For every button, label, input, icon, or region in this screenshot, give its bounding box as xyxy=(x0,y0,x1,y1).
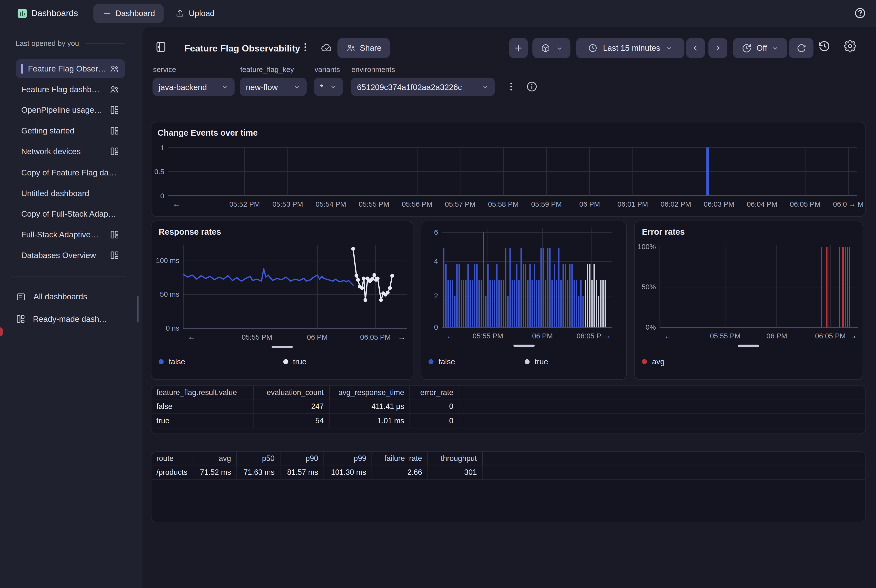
settings-gear-icon[interactable] xyxy=(843,40,856,53)
filter-dropdown[interactable]: java-backend xyxy=(153,78,235,96)
time-back-button[interactable] xyxy=(686,38,705,58)
filter-label: service xyxy=(153,65,176,74)
x-scrollbar[interactable] xyxy=(738,345,759,347)
error_rates-plot xyxy=(660,245,858,327)
pan-left-arrow[interactable]: ← xyxy=(663,332,673,340)
pan-left-arrow[interactable]: ← xyxy=(171,200,182,208)
sidebar-item-label: Getting started xyxy=(21,126,110,135)
column-header[interactable]: avg xyxy=(193,452,237,465)
panel-change-events: Change Events over time 10.5005:52 PM05:… xyxy=(151,122,866,217)
sidebar-section-title: Last opened by you xyxy=(16,39,79,47)
chevron-down-icon xyxy=(772,44,779,52)
legend-dot xyxy=(525,359,530,364)
plus-icon xyxy=(102,9,111,18)
help-icon[interactable] xyxy=(854,7,867,20)
filter-value: java-backend xyxy=(159,82,207,92)
upload-button[interactable]: Upload xyxy=(170,4,219,23)
x-axis-tick: 05:58 PM xyxy=(480,200,527,208)
filter-dropdown[interactable]: * xyxy=(314,78,343,96)
x-scrollbar[interactable] xyxy=(272,346,293,348)
pan-right-arrow[interactable]: → xyxy=(602,332,612,340)
brand-label[interactable]: Dashboards xyxy=(31,8,78,18)
column-header[interactable]: error_rate xyxy=(410,386,459,399)
sidebar-item[interactable]: Feature Flag Obser… xyxy=(16,59,125,78)
column-header[interactable]: feature_flag.result.value xyxy=(151,386,253,399)
sidebar-item-label: OpenPipeline usage… xyxy=(21,106,110,115)
auto-refresh-button[interactable]: Off xyxy=(733,38,787,58)
alert-indicator xyxy=(0,327,3,336)
pan-left-arrow[interactable]: ← xyxy=(187,332,196,341)
sidebar-item[interactable]: Untitled dashboard xyxy=(16,183,125,202)
time-forward-button[interactable] xyxy=(708,38,728,58)
filter-label: feature_flag_key xyxy=(240,65,294,74)
x-scrollbar[interactable] xyxy=(513,345,534,347)
share-button[interactable]: Share xyxy=(338,38,390,58)
grid-icon xyxy=(110,126,120,136)
pan-right-arrow[interactable]: → xyxy=(847,200,857,208)
column-header[interactable]: throughput xyxy=(427,452,482,465)
refresh-icon xyxy=(796,43,807,53)
panel-error-rates: Error rates 100%50%0%05:55 PM06 PM06:05 … xyxy=(634,220,863,380)
new-dashboard-button[interactable]: Dashboard xyxy=(93,4,164,23)
sidebar-footer-item[interactable]: Ready-made dash… xyxy=(16,309,128,328)
filter-dropdown[interactable]: new-flow xyxy=(240,78,307,96)
sidebar-item[interactable]: Copy of Full-Stack Adap… xyxy=(16,204,125,223)
legend-item[interactable]: true xyxy=(525,357,621,366)
collapse-sidebar-icon[interactable] xyxy=(154,40,168,54)
refresh-button[interactable] xyxy=(789,38,813,58)
legend-item[interactable]: false xyxy=(159,357,283,366)
column-header[interactable]: evaluation_count xyxy=(253,386,329,399)
legend-label: avg xyxy=(652,357,664,366)
column-header[interactable]: p90 xyxy=(280,452,324,465)
filters-kebab-icon[interactable] xyxy=(506,81,517,92)
table-row[interactable]: false247411.41 µs0 xyxy=(151,399,865,414)
column-header[interactable]: p99 xyxy=(324,452,372,465)
sidebar-item[interactable]: Feature Flag dashb… xyxy=(16,80,125,99)
pan-right-arrow[interactable]: → xyxy=(848,332,858,340)
table-cell-filler xyxy=(459,414,866,428)
history-icon[interactable] xyxy=(818,40,831,53)
x-axis-tick: 05:56 PM xyxy=(394,200,441,208)
sidebar-scrollbar[interactable] xyxy=(137,296,139,322)
table-row[interactable]: /products71.52 ms71.63 ms81.57 ms101.30 … xyxy=(151,465,865,480)
table-cell: false xyxy=(151,399,253,414)
legend-item[interactable]: true xyxy=(283,357,407,366)
filter-dropdown[interactable]: 651209c374a1f02aa2a3226c xyxy=(351,78,495,96)
chevron-right-icon xyxy=(714,44,723,53)
change_events-plot xyxy=(168,147,857,195)
table-cell: 2.66 xyxy=(372,465,428,480)
table-cell-filler xyxy=(459,399,866,414)
sidebar-item[interactable]: Getting started xyxy=(16,122,125,141)
sidebar-item[interactable]: Network devices xyxy=(16,142,125,161)
kebab-menu-icon[interactable] xyxy=(299,41,311,53)
app-logo-icon xyxy=(16,8,28,20)
table-cell: 71.63 ms xyxy=(236,465,280,480)
column-header[interactable]: failure_rate xyxy=(372,452,428,465)
sidebar-footer-item[interactable]: All dashboards xyxy=(16,287,128,306)
upload-icon xyxy=(175,8,185,18)
sidebar-item[interactable]: Full-Stack Adaptive… xyxy=(16,225,125,244)
time-range-button[interactable]: Last 15 minutes xyxy=(576,38,684,58)
column-header[interactable]: p50 xyxy=(236,452,280,465)
section-divider xyxy=(85,43,125,44)
table-row[interactable]: true541.01 ms0 xyxy=(151,414,865,428)
cube-icon xyxy=(540,43,551,53)
pan-right-arrow[interactable]: → xyxy=(397,332,407,341)
chevron-down-icon xyxy=(221,83,229,90)
column-header[interactable]: avg_response_time xyxy=(329,386,410,399)
filters-info-icon[interactable] xyxy=(526,81,538,93)
sidebar-item[interactable]: Copy of Feature Flag da… xyxy=(16,163,125,182)
scope-selector-button[interactable] xyxy=(532,38,570,58)
legend-dot xyxy=(429,359,434,364)
table-cell: 1.01 ms xyxy=(329,414,410,428)
add-panel-button[interactable] xyxy=(509,38,528,58)
legend-item[interactable]: false xyxy=(429,357,525,366)
column-header[interactable]: route xyxy=(151,452,192,465)
x-axis-tick: 06:03 PM xyxy=(695,200,742,208)
panel-title: Change Events over time xyxy=(158,128,258,137)
sidebar-item[interactable]: OpenPipeline usage… xyxy=(16,101,125,120)
new-dashboard-label: Dashboard xyxy=(116,9,155,18)
sidebar-item[interactable]: Databases Overview xyxy=(16,246,125,265)
pan-left-arrow[interactable]: ← xyxy=(446,332,455,340)
legend-item[interactable]: avg xyxy=(642,357,750,366)
